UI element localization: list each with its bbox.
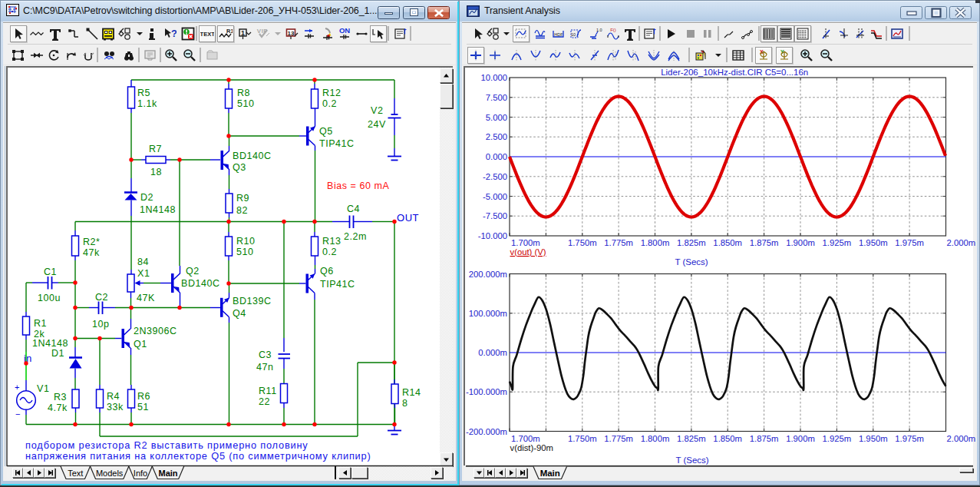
svg-text:1.850m: 1.850m <box>713 434 742 443</box>
svg-text:100.000m: 100.000m <box>469 309 507 318</box>
svg-text:-5.000: -5.000 <box>483 192 507 201</box>
svg-text:1.775m: 1.775m <box>604 434 633 443</box>
svg-text:0.000m: 0.000m <box>478 348 507 357</box>
svg-text:7.500: 7.500 <box>486 93 507 102</box>
svg-text:-10.000: -10.000 <box>478 231 507 240</box>
svg-text:Main: Main <box>540 469 560 478</box>
svg-text:1.875m: 1.875m <box>750 238 779 247</box>
svg-text:1.975m: 1.975m <box>895 238 924 247</box>
svg-text:0.000: 0.000 <box>486 152 507 161</box>
svg-text:1.825m: 1.825m <box>677 434 706 443</box>
svg-text:1.825m: 1.825m <box>677 238 706 247</box>
svg-text:2.000m: 2.000m <box>947 238 976 247</box>
svg-text:1.975m: 1.975m <box>895 434 924 443</box>
svg-text:1.800m: 1.800m <box>641 238 670 247</box>
svg-text:200.000m: 200.000m <box>469 270 507 279</box>
svg-text:1.900m: 1.900m <box>786 434 815 443</box>
svg-text:1.800m: 1.800m <box>641 434 670 443</box>
svg-text:-2.500: -2.500 <box>483 172 507 181</box>
svg-text:1.900m: 1.900m <box>786 238 815 247</box>
svg-text:5.000: 5.000 <box>486 113 507 122</box>
svg-text:-7.500: -7.500 <box>483 211 507 220</box>
svg-text:2.000m: 2.000m <box>947 434 976 443</box>
svg-text:1.700m: 1.700m <box>511 238 540 247</box>
svg-text:1.875m: 1.875m <box>750 434 779 443</box>
svg-text:10.000: 10.000 <box>480 73 507 82</box>
svg-text:-100.000m: -100.000m <box>466 387 507 396</box>
svg-text:1.925m: 1.925m <box>823 434 852 443</box>
svg-text:1.775m: 1.775m <box>604 238 633 247</box>
svg-text:1.750m: 1.750m <box>568 434 597 443</box>
svg-text:2.500: 2.500 <box>486 132 507 141</box>
svg-text:T (Secs): T (Secs) <box>675 257 708 267</box>
svg-text:1.950m: 1.950m <box>859 434 888 443</box>
svg-text:v(dist)-90m: v(dist)-90m <box>510 443 554 452</box>
svg-text:1.850m: 1.850m <box>713 238 742 247</box>
svg-text:-200.000m: -200.000m <box>466 427 507 436</box>
svg-text:Lider-206_10kHz-dist.CIR C5=0.: Lider-206_10kHz-dist.CIR C5=0...16n <box>661 68 808 77</box>
svg-text:1.700m: 1.700m <box>511 434 540 443</box>
svg-text:1.750m: 1.750m <box>568 238 597 247</box>
svg-text:1.925m: 1.925m <box>823 238 852 247</box>
svg-text:v(out) (V): v(out) (V) <box>510 247 546 257</box>
svg-text:T (Secs): T (Secs) <box>675 456 708 465</box>
svg-text:1.950m: 1.950m <box>859 238 888 247</box>
